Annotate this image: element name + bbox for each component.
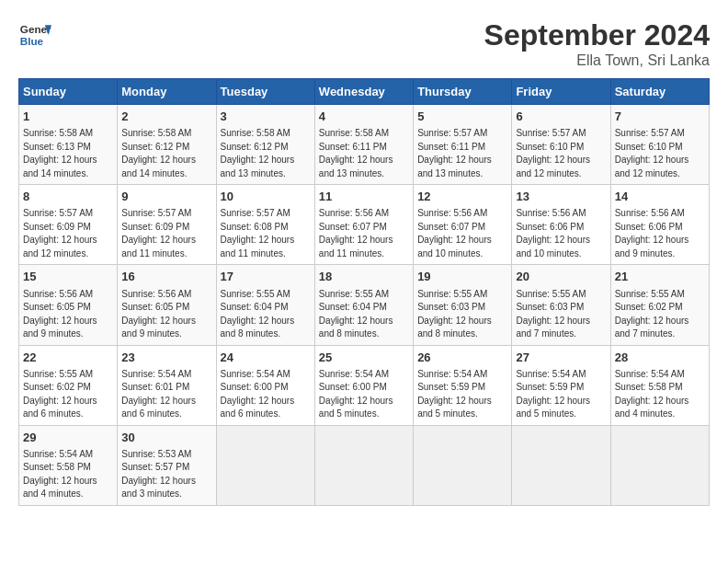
- day-info: Sunrise: 5:57 AM Sunset: 6:10 PM Dayligh…: [516, 127, 606, 180]
- calendar-cell: 13Sunrise: 5:56 AM Sunset: 6:06 PM Dayli…: [512, 185, 610, 265]
- calendar-cell: [512, 425, 610, 505]
- day-info: Sunrise: 5:53 AM Sunset: 5:57 PM Dayligh…: [121, 448, 211, 501]
- title-area: September 2024 Ella Town, Sri Lanka: [484, 18, 710, 69]
- day-info: Sunrise: 5:54 AM Sunset: 5:59 PM Dayligh…: [417, 368, 507, 421]
- day-number: 26: [417, 350, 507, 366]
- day-number: 27: [516, 350, 606, 366]
- calendar-cell: 22Sunrise: 5:55 AM Sunset: 6:02 PM Dayli…: [19, 345, 118, 425]
- day-number: 18: [319, 269, 409, 285]
- day-number: 10: [221, 189, 311, 205]
- header: General Blue September 2024 Ella Town, S…: [18, 18, 710, 69]
- day-info: Sunrise: 5:54 AM Sunset: 5:59 PM Dayligh…: [516, 368, 606, 421]
- day-info: Sunrise: 5:56 AM Sunset: 6:05 PM Dayligh…: [23, 288, 113, 341]
- day-number: 2: [121, 109, 211, 125]
- day-info: Sunrise: 5:57 AM Sunset: 6:08 PM Dayligh…: [221, 207, 311, 260]
- day-info: Sunrise: 5:55 AM Sunset: 6:04 PM Dayligh…: [319, 288, 409, 341]
- day-number: 12: [417, 189, 507, 205]
- day-info: Sunrise: 5:56 AM Sunset: 6:06 PM Dayligh…: [615, 207, 705, 260]
- calendar-table: SundayMondayTuesdayWednesdayThursdayFrid…: [18, 78, 710, 506]
- day-number: 8: [23, 189, 113, 205]
- col-header-tuesday: Tuesday: [216, 79, 314, 105]
- calendar-cell: 3Sunrise: 5:58 AM Sunset: 6:12 PM Daylig…: [216, 105, 314, 185]
- calendar-cell: 26Sunrise: 5:54 AM Sunset: 5:59 PM Dayli…: [414, 345, 512, 425]
- week-row-4: 29Sunrise: 5:54 AM Sunset: 5:58 PM Dayli…: [19, 425, 710, 505]
- day-number: 14: [615, 189, 705, 205]
- calendar-cell: 23Sunrise: 5:54 AM Sunset: 6:01 PM Dayli…: [118, 345, 216, 425]
- day-number: 17: [221, 269, 311, 285]
- col-header-thursday: Thursday: [414, 79, 512, 105]
- day-info: Sunrise: 5:55 AM Sunset: 6:03 PM Dayligh…: [417, 288, 507, 341]
- calendar-cell: 1Sunrise: 5:58 AM Sunset: 6:13 PM Daylig…: [19, 105, 118, 185]
- col-header-monday: Monday: [118, 79, 216, 105]
- week-row-2: 15Sunrise: 5:56 AM Sunset: 6:05 PM Dayli…: [19, 265, 710, 345]
- day-info: Sunrise: 5:56 AM Sunset: 6:05 PM Dayligh…: [121, 288, 211, 341]
- calendar-cell: 20Sunrise: 5:55 AM Sunset: 6:03 PM Dayli…: [512, 265, 610, 345]
- calendar-cell: 21Sunrise: 5:55 AM Sunset: 6:02 PM Dayli…: [610, 265, 709, 345]
- calendar-cell: 5Sunrise: 5:57 AM Sunset: 6:11 PM Daylig…: [414, 105, 512, 185]
- calendar-cell: 27Sunrise: 5:54 AM Sunset: 5:59 PM Dayli…: [512, 345, 610, 425]
- day-number: 19: [417, 269, 507, 285]
- week-row-1: 8Sunrise: 5:57 AM Sunset: 6:09 PM Daylig…: [19, 185, 710, 265]
- day-number: 20: [516, 269, 606, 285]
- day-info: Sunrise: 5:54 AM Sunset: 6:00 PM Dayligh…: [319, 368, 409, 421]
- calendar-cell: 15Sunrise: 5:56 AM Sunset: 6:05 PM Dayli…: [19, 265, 118, 345]
- day-number: 9: [121, 189, 211, 205]
- calendar-cell: 10Sunrise: 5:57 AM Sunset: 6:08 PM Dayli…: [216, 185, 314, 265]
- day-info: Sunrise: 5:55 AM Sunset: 6:03 PM Dayligh…: [516, 288, 606, 341]
- calendar-cell: [610, 425, 709, 505]
- calendar-cell: 12Sunrise: 5:56 AM Sunset: 6:07 PM Dayli…: [414, 185, 512, 265]
- day-info: Sunrise: 5:54 AM Sunset: 5:58 PM Dayligh…: [23, 448, 113, 501]
- day-info: Sunrise: 5:57 AM Sunset: 6:09 PM Dayligh…: [121, 207, 211, 260]
- logo: General Blue: [18, 18, 57, 52]
- calendar-cell: 6Sunrise: 5:57 AM Sunset: 6:10 PM Daylig…: [512, 105, 610, 185]
- day-number: 6: [516, 109, 606, 125]
- day-info: Sunrise: 5:58 AM Sunset: 6:12 PM Dayligh…: [121, 127, 211, 180]
- day-number: 23: [121, 350, 211, 366]
- calendar-cell: 29Sunrise: 5:54 AM Sunset: 5:58 PM Dayli…: [19, 425, 118, 505]
- week-row-3: 22Sunrise: 5:55 AM Sunset: 6:02 PM Dayli…: [19, 345, 710, 425]
- calendar-cell: 18Sunrise: 5:55 AM Sunset: 6:04 PM Dayli…: [314, 265, 413, 345]
- calendar-cell: 25Sunrise: 5:54 AM Sunset: 6:00 PM Dayli…: [314, 345, 413, 425]
- day-info: Sunrise: 5:58 AM Sunset: 6:12 PM Dayligh…: [221, 127, 311, 180]
- col-header-sunday: Sunday: [19, 79, 118, 105]
- day-number: 30: [121, 430, 211, 446]
- day-info: Sunrise: 5:55 AM Sunset: 6:04 PM Dayligh…: [221, 288, 311, 341]
- calendar-cell: 28Sunrise: 5:54 AM Sunset: 5:58 PM Dayli…: [610, 345, 709, 425]
- calendar-cell: 8Sunrise: 5:57 AM Sunset: 6:09 PM Daylig…: [19, 185, 118, 265]
- day-number: 13: [516, 189, 606, 205]
- day-info: Sunrise: 5:58 AM Sunset: 6:11 PM Dayligh…: [319, 127, 409, 180]
- calendar-cell: 30Sunrise: 5:53 AM Sunset: 5:57 PM Dayli…: [118, 425, 216, 505]
- col-header-wednesday: Wednesday: [314, 79, 413, 105]
- calendar-cell: 19Sunrise: 5:55 AM Sunset: 6:03 PM Dayli…: [414, 265, 512, 345]
- day-number: 24: [221, 350, 311, 366]
- calendar-cell: [216, 425, 314, 505]
- calendar-cell: 2Sunrise: 5:58 AM Sunset: 6:12 PM Daylig…: [118, 105, 216, 185]
- day-number: 21: [615, 269, 705, 285]
- location: Ella Town, Sri Lanka: [484, 52, 710, 69]
- calendar-cell: 7Sunrise: 5:57 AM Sunset: 6:10 PM Daylig…: [610, 105, 709, 185]
- day-number: 3: [221, 109, 311, 125]
- day-number: 4: [319, 109, 409, 125]
- day-info: Sunrise: 5:58 AM Sunset: 6:13 PM Dayligh…: [23, 127, 113, 180]
- day-info: Sunrise: 5:56 AM Sunset: 6:06 PM Dayligh…: [516, 207, 606, 260]
- col-header-saturday: Saturday: [610, 79, 709, 105]
- calendar-cell: [414, 425, 512, 505]
- month-title: September 2024: [484, 18, 710, 52]
- day-number: 11: [319, 189, 409, 205]
- week-row-0: 1Sunrise: 5:58 AM Sunset: 6:13 PM Daylig…: [19, 105, 710, 185]
- logo-icon: General Blue: [18, 18, 51, 52]
- day-info: Sunrise: 5:54 AM Sunset: 6:00 PM Dayligh…: [221, 368, 311, 421]
- day-info: Sunrise: 5:57 AM Sunset: 6:11 PM Dayligh…: [417, 127, 507, 180]
- day-number: 5: [417, 109, 507, 125]
- day-number: 16: [121, 269, 211, 285]
- calendar-cell: [314, 425, 413, 505]
- svg-text:Blue: Blue: [20, 35, 44, 47]
- day-number: 25: [319, 350, 409, 366]
- day-info: Sunrise: 5:55 AM Sunset: 6:02 PM Dayligh…: [23, 368, 113, 421]
- calendar-body: 1Sunrise: 5:58 AM Sunset: 6:13 PM Daylig…: [19, 105, 710, 506]
- header-row: SundayMondayTuesdayWednesdayThursdayFrid…: [19, 79, 710, 105]
- day-info: Sunrise: 5:57 AM Sunset: 6:10 PM Dayligh…: [615, 127, 705, 180]
- day-info: Sunrise: 5:54 AM Sunset: 5:58 PM Dayligh…: [615, 368, 705, 421]
- day-number: 1: [23, 109, 113, 125]
- calendar-cell: 11Sunrise: 5:56 AM Sunset: 6:07 PM Dayli…: [314, 185, 413, 265]
